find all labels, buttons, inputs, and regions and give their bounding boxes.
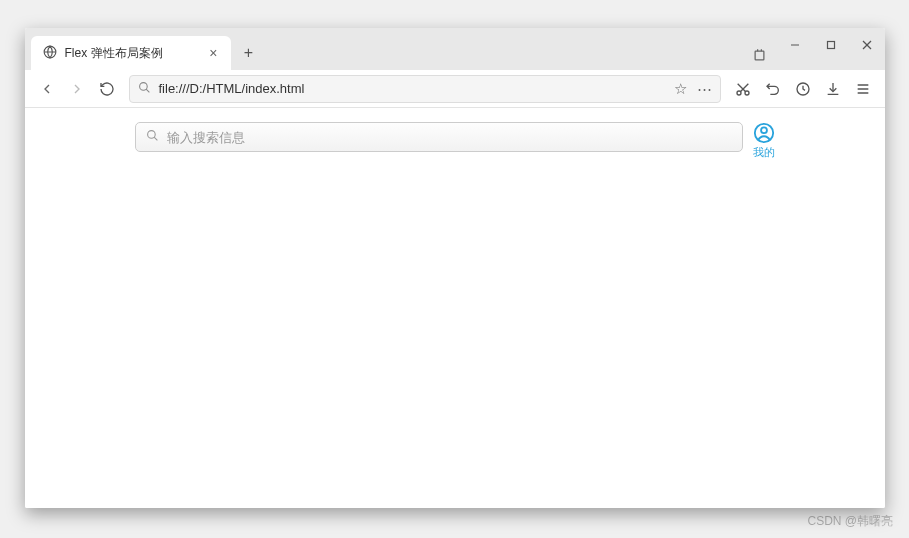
profile-label: 我的 bbox=[753, 145, 775, 160]
search-box[interactable] bbox=[135, 122, 743, 152]
tab-close-button[interactable]: × bbox=[206, 45, 220, 61]
svg-point-6 bbox=[139, 82, 147, 90]
minimize-button[interactable] bbox=[777, 30, 813, 60]
navbar: file:///D:/HTML/index.html ☆ ⋯ bbox=[25, 70, 885, 108]
browser-window: Flex 弹性布局案例 × + bbox=[25, 28, 885, 508]
search-input[interactable] bbox=[167, 130, 732, 145]
extensions-button[interactable] bbox=[743, 40, 777, 70]
history-button[interactable] bbox=[789, 75, 817, 103]
svg-point-19 bbox=[761, 127, 767, 133]
bookmark-star-button[interactable]: ☆ bbox=[674, 80, 687, 98]
cut-button[interactable] bbox=[729, 75, 757, 103]
watermark: CSDN @韩曙亮 bbox=[807, 513, 893, 530]
reload-button[interactable] bbox=[93, 75, 121, 103]
url-more-button[interactable]: ⋯ bbox=[697, 80, 712, 98]
download-button[interactable] bbox=[819, 75, 847, 103]
titlebar: Flex 弹性布局案例 × + bbox=[25, 28, 885, 70]
tab-title: Flex 弹性布局案例 bbox=[65, 45, 199, 62]
search-icon bbox=[138, 81, 151, 97]
maximize-button[interactable] bbox=[813, 30, 849, 60]
search-icon bbox=[146, 128, 159, 146]
svg-rect-3 bbox=[827, 42, 834, 49]
back-button[interactable] bbox=[33, 75, 61, 103]
page-content: 我的 bbox=[25, 108, 885, 508]
url-bar[interactable]: file:///D:/HTML/index.html ☆ ⋯ bbox=[129, 75, 721, 103]
window-controls bbox=[777, 28, 885, 70]
browser-tab[interactable]: Flex 弹性布局案例 × bbox=[31, 36, 231, 70]
svg-line-17 bbox=[154, 137, 157, 140]
svg-line-7 bbox=[146, 89, 149, 92]
profile-button[interactable]: 我的 bbox=[753, 122, 775, 160]
svg-rect-1 bbox=[755, 51, 764, 60]
forward-button[interactable] bbox=[63, 75, 91, 103]
search-row: 我的 bbox=[135, 122, 775, 160]
undo-button[interactable] bbox=[759, 75, 787, 103]
profile-icon bbox=[753, 122, 775, 144]
svg-point-16 bbox=[147, 131, 155, 139]
url-text: file:///D:/HTML/index.html bbox=[159, 81, 666, 96]
menu-button[interactable] bbox=[849, 75, 877, 103]
new-tab-button[interactable]: + bbox=[235, 39, 263, 67]
window-close-button[interactable] bbox=[849, 30, 885, 60]
globe-icon bbox=[43, 45, 57, 62]
